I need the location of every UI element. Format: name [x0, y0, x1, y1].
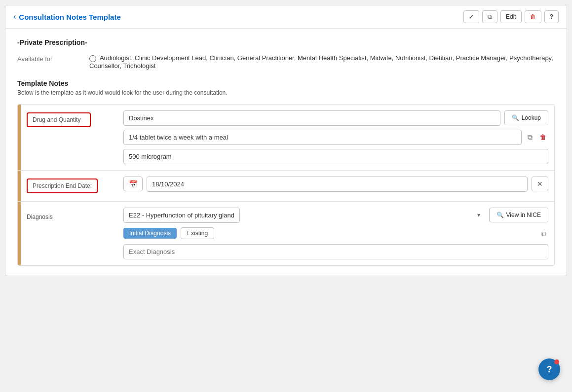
quantity-input[interactable] [123, 149, 548, 164]
diagnosis-row: Diagnosis E22 - Hyperfunction of pituita… [18, 202, 554, 265]
template-notes-section: Template Notes Below is the template as … [17, 79, 555, 96]
page-title-text: Consultation Notes Template [19, 13, 120, 21]
help-icon: ? [550, 13, 553, 20]
drug-content-col: 🔍 Lookup ⧉ 🗑 [119, 105, 554, 170]
available-for-row: Available for Audiologist, Clinic Develo… [17, 54, 555, 70]
instruction-row: ⧉ 🗑 [123, 130, 548, 145]
existing-label: Existing [187, 230, 208, 237]
copy-instruction-button[interactable]: ⧉ [526, 131, 534, 143]
quantity-row [123, 149, 548, 164]
delete-button[interactable]: 🗑 [525, 10, 541, 23]
drug-label-col: Drug and Quantity [21, 105, 119, 170]
drug-name-input[interactable] [123, 110, 500, 126]
globe-icon [89, 55, 96, 62]
diagnosis-select-row: E22 - Hyperfunction of pituitary gland 🔍… [123, 208, 548, 223]
calendar-icon: 📅 [129, 180, 137, 188]
existing-tag[interactable]: Existing [181, 227, 214, 239]
instruction-input[interactable] [123, 130, 522, 145]
calendar-button[interactable]: 📅 [123, 177, 143, 191]
page-title[interactable]: ‹ Consultation Notes Template [13, 12, 121, 21]
available-for-label: Available for [17, 54, 81, 63]
date-input[interactable] [147, 177, 528, 192]
template-notes-title: Template Notes [17, 79, 555, 87]
private-prescription-title: -Private Prescription- [17, 38, 555, 46]
copy-button[interactable]: ⧉ [482, 10, 497, 23]
copy-diagnosis-icon: ⧉ [541, 230, 546, 238]
diagnosis-select[interactable]: E22 - Hyperfunction of pituitary gland [123, 208, 240, 223]
date-label-col: Prescription End Date: [21, 171, 119, 201]
initial-diagnosis-label: Initial Diagnosis [129, 230, 171, 237]
copy-icon: ⧉ [488, 13, 492, 20]
delete-icon: 🗑 [530, 13, 536, 20]
date-content-col: 📅 ✕ [119, 171, 554, 201]
template-notes-desc: Below is the template as it would would … [17, 89, 555, 96]
notification-dot [554, 359, 559, 364]
edit-button[interactable]: Edit [500, 10, 522, 23]
search-icon: 🔍 [512, 114, 519, 121]
diagnosis-select-wrapper: E22 - Hyperfunction of pituitary gland [123, 208, 485, 223]
clear-date-button[interactable]: ✕ [532, 177, 548, 191]
prescription-end-date-row: Prescription End Date: 📅 ✕ [18, 171, 554, 202]
lookup-button[interactable]: 🔍 Lookup [504, 110, 548, 125]
diagnosis-content-col: E22 - Hyperfunction of pituitary gland 🔍… [119, 202, 554, 265]
close-icon: ✕ [537, 180, 543, 188]
date-row-content: 📅 ✕ [123, 177, 548, 192]
prescription-end-date-label: Prescription End Date: [27, 178, 98, 193]
edit-label: Edit [506, 13, 516, 20]
view-nice-label: View in NICE [506, 212, 541, 218]
template-area: Drug and Quantity 🔍 Lookup [17, 104, 555, 266]
help-button[interactable]: ? [544, 10, 559, 23]
search-nice-icon: 🔍 [496, 212, 504, 218]
drug-quantity-label: Drug and Quantity [27, 112, 91, 127]
page-header: ‹ Consultation Notes Template ⤢ ⧉ Edit 🗑… [5, 5, 567, 29]
lookup-label: Lookup [522, 114, 541, 121]
available-for-text: Audiologist, Clinic Development Lead, Cl… [89, 54, 553, 70]
diagnosis-label: Diagnosis [27, 210, 53, 220]
exact-diagnosis-input[interactable] [123, 244, 548, 259]
drug-top-row: 🔍 Lookup [123, 110, 548, 126]
card-body: -Private Prescription- Available for Aud… [5, 29, 567, 276]
header-actions: ⤢ ⧉ Edit 🗑 ? [463, 10, 559, 23]
resize-icon: ⤢ [469, 13, 474, 20]
instruction-actions: ⧉ 🗑 [526, 131, 548, 143]
delete-instruction-button[interactable]: 🗑 [537, 131, 548, 143]
resize-button[interactable]: ⤢ [463, 10, 479, 23]
view-nice-button[interactable]: 🔍 View in NICE [489, 208, 548, 222]
diagnosis-tags-row: Initial Diagnosis Existing ⧉ [123, 227, 548, 240]
help-fab-icon: ? [547, 364, 552, 375]
initial-diagnosis-tag[interactable]: Initial Diagnosis [123, 228, 177, 239]
copy-diagnosis-button[interactable]: ⧉ [539, 228, 548, 240]
available-for-value: Audiologist, Clinic Development Lead, Cl… [89, 54, 555, 70]
help-fab-button[interactable]: ? [538, 358, 560, 380]
back-arrow[interactable]: ‹ [13, 12, 16, 21]
diagnosis-label-col: Diagnosis [21, 202, 119, 265]
drug-quantity-row: Drug and Quantity 🔍 Lookup [18, 105, 554, 171]
